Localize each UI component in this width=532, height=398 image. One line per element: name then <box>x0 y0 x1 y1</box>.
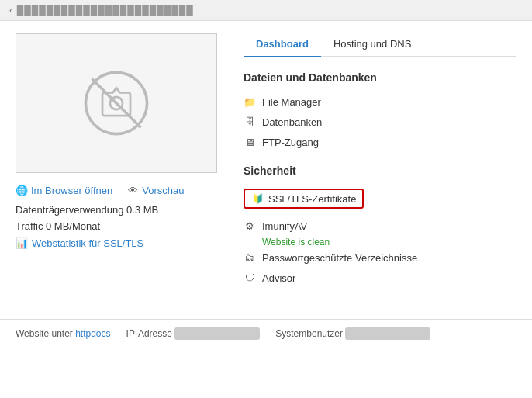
open-browser-link[interactable]: Im Browser öffnen <box>16 184 112 196</box>
tab-hosting-dns[interactable]: Hosting und DNS <box>321 33 423 57</box>
advisor-icon <box>244 272 256 284</box>
imunify-status: Website is clean <box>262 237 516 247</box>
eye-icon <box>126 184 139 196</box>
file-manager-link[interactable]: File Manager <box>262 96 321 108</box>
ftp-icon <box>244 136 256 148</box>
file-manager-item[interactable]: File Manager <box>244 92 516 112</box>
sysuser-value: ████████████ <box>345 327 430 340</box>
httpdocs-link[interactable]: httpdocs <box>75 328 110 339</box>
disk-usage-row: Datenträgerverwendung 0.3 MB <box>16 204 225 216</box>
preview-link[interactable]: Vorschau <box>126 184 184 196</box>
files-databases-section: Dateien und Datenbanken File Manager Dat… <box>244 71 516 152</box>
imunify-item[interactable]: ImunifyAV <box>244 216 516 236</box>
imunify-group: ImunifyAV Website is clean <box>244 216 516 247</box>
password-protected-item[interactable]: Passwortgeschützte Verzeichnisse <box>244 247 516 268</box>
main-content: Im Browser öffnen Vorschau Datenträgerve… <box>0 21 532 313</box>
ssl-link[interactable]: SSL/TLS-Zertifikate <box>268 193 356 205</box>
security-section: Sicherheit SSL/TLS-Zertifikate ImunifyAV… <box>244 164 516 288</box>
gear-icon <box>244 220 256 232</box>
globe-icon <box>16 184 28 196</box>
advisor-link[interactable]: Advisor <box>262 272 295 284</box>
breadcrumb-url: ████████████████████████ <box>17 5 194 16</box>
ssl-item[interactable]: SSL/TLS-Zertifikate <box>244 185 516 213</box>
traffic-row: Traffic 0 MB/Monat <box>16 220 225 232</box>
tab-dashboard[interactable]: Dashboard <box>244 33 321 57</box>
chart-icon <box>16 237 28 249</box>
files-databases-title: Dateien und Datenbanken <box>244 71 516 84</box>
ip-info: IP-Adresse ████████████ <box>126 327 261 340</box>
httpdocs-info: Website unter httpdocs <box>16 328 111 339</box>
ip-value: ████████████ <box>174 327 260 340</box>
cert-icon <box>251 192 264 205</box>
right-panel: Dashboard Hosting und DNS Dateien und Da… <box>244 33 516 300</box>
no-photo-icon <box>81 68 151 138</box>
footer-bar: Website unter httpdocs IP-Adresse ██████… <box>0 319 532 348</box>
site-screenshot <box>16 33 217 173</box>
ssl-highlight-box[interactable]: SSL/TLS-Zertifikate <box>244 189 364 209</box>
webstats-link[interactable]: Webstatistik für SSL/TLS <box>16 237 225 249</box>
advisor-item[interactable]: Advisor <box>244 268 516 288</box>
tabs: Dashboard Hosting und DNS <box>244 33 516 57</box>
left-actions: Im Browser öffnen Vorschau <box>16 184 225 196</box>
top-bar: ‹ ████████████████████████ <box>0 0 532 21</box>
databases-link[interactable]: Datenbanken <box>262 116 322 128</box>
databases-item[interactable]: Datenbanken <box>244 112 516 132</box>
security-title: Sicherheit <box>244 164 516 177</box>
database-icon <box>244 116 256 128</box>
back-chevron[interactable]: ‹ <box>9 5 12 15</box>
folder-icon <box>244 95 256 108</box>
password-protected-link[interactable]: Passwortgeschützte Verzeichnisse <box>262 252 417 264</box>
sysuser-info: Systembenutzer ████████████ <box>275 327 430 340</box>
ftp-link[interactable]: FTP-Zugang <box>262 137 319 148</box>
password-icon <box>244 251 256 264</box>
ftp-item[interactable]: FTP-Zugang <box>244 132 516 152</box>
imunify-link[interactable]: ImunifyAV <box>262 220 307 232</box>
left-panel: Im Browser öffnen Vorschau Datenträgerve… <box>16 33 225 300</box>
